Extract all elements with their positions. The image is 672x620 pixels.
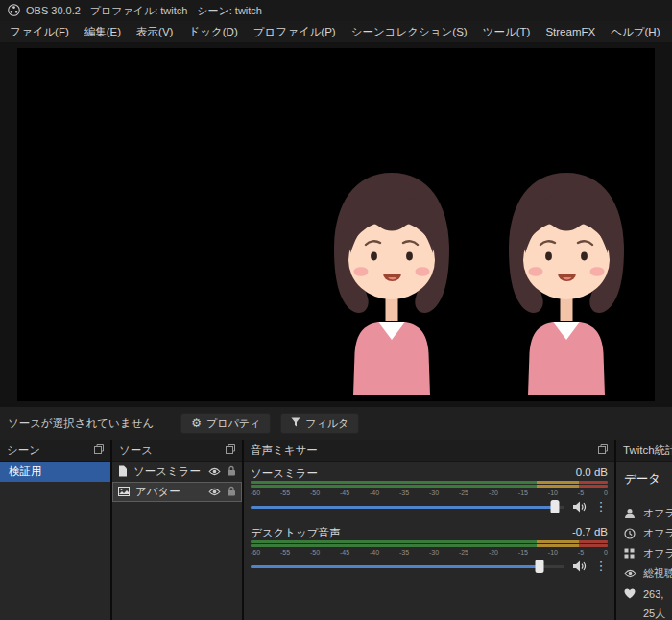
volume-slider-handle[interactable] — [551, 500, 560, 513]
source-label: アバター — [135, 485, 203, 499]
volume-slider-handle[interactable] — [535, 560, 543, 573]
scenes-dock: シーン 検証用 — [0, 440, 110, 620]
volume-meter — [251, 540, 608, 547]
stat-row-count: 25人 — [624, 604, 672, 620]
scenes-dock-title: シーン — [7, 443, 40, 458]
properties-button[interactable]: ⚙ プロパティ — [180, 413, 271, 434]
twitch-dock-title: Twitch統計情報 — [623, 443, 672, 458]
avatar-girl-right[interactable] — [509, 173, 624, 395]
visibility-eye-icon[interactable] — [208, 487, 221, 498]
image-source-icon — [118, 487, 130, 498]
dock-popout-icon[interactable] — [94, 444, 104, 456]
preview-area — [0, 42, 672, 407]
visibility-eye-icon[interactable] — [208, 466, 221, 478]
gear-icon: ⚙ — [191, 417, 202, 429]
obs-window: OBS 30.0.2 - プロファイル: twitch - シーン: twitc… — [0, 0, 672, 620]
twitch-stats-dock: Twitch統計情報 データ オフライン オフライン — [616, 440, 672, 620]
channel-menu-dots-icon[interactable]: ⋮ — [594, 499, 608, 514]
canvas-art — [17, 48, 655, 401]
source-row-avatar[interactable]: アバター — [112, 482, 242, 502]
menu-item-tools[interactable]: ツール(T) — [475, 22, 539, 42]
channel-name: デスクトップ音声 — [251, 526, 341, 540]
mixer-channel-desktop-audio: デスクトップ音声 -0.7 dB -60-55-50-45-40-35-30-2… — [251, 526, 608, 575]
dock-popout-icon[interactable] — [598, 444, 608, 456]
stat-row-uptime: オフライン — [624, 523, 672, 543]
dock-popout-icon[interactable] — [226, 444, 235, 456]
channel-menu-dots-icon[interactable]: ⋮ — [594, 559, 608, 574]
filters-button-label: フィルタ — [305, 417, 348, 431]
sources-dock: ソース ソースミラー — [112, 440, 242, 620]
stat-row-total-viewers: 総視聴者数 — [624, 563, 672, 584]
lock-icon[interactable] — [227, 486, 236, 498]
mixer-channel-source-mirror: ソースミラー 0.0 dB -60-55-50-45-40-35-30-25-2… — [251, 466, 608, 515]
filter-icon — [291, 417, 300, 429]
clock-icon — [624, 528, 636, 539]
db-scale: -60-55-50-45-40-35-30-25-20-15-10-50 — [251, 548, 608, 557]
grid-icon — [624, 548, 636, 559]
filters-button[interactable]: フィルタ — [280, 413, 359, 434]
scenes-dock-header[interactable]: シーン — [0, 440, 110, 462]
channel-name: ソースミラー — [251, 466, 318, 481]
mixer-dock-title: 音声ミキサー — [251, 443, 318, 458]
document-source-icon — [118, 465, 128, 479]
menu-item-edit[interactable]: 編集(E) — [77, 22, 129, 42]
speaker-mute-icon[interactable] — [572, 560, 587, 572]
source-row-source-mirror[interactable]: ソースミラー — [112, 462, 242, 482]
volume-slider[interactable] — [251, 499, 564, 514]
stat-row-followers: 263, — [624, 584, 672, 604]
stat-row-category: オフライン — [624, 543, 672, 563]
heart-icon — [624, 588, 636, 599]
speaker-mute-icon[interactable] — [572, 501, 587, 513]
bottom-docks: シーン 検証用 ソース ソースミラー — [0, 440, 672, 620]
volume-slider[interactable] — [251, 559, 564, 574]
menu-item-profile[interactable]: プロファイル(P) — [246, 22, 344, 42]
volume-meter — [251, 481, 608, 488]
mixer-dock-header[interactable]: 音声ミキサー — [244, 440, 614, 462]
lock-icon[interactable] — [227, 465, 236, 478]
menu-bar: ファイル(F) 編集(E) 表示(V) ドック(D) プロファイル(P) シーン… — [0, 21, 672, 42]
channel-db-value: -0.7 dB — [572, 526, 608, 540]
obs-logo-icon — [8, 4, 20, 18]
avatar-girl-left[interactable] — [334, 173, 449, 395]
menu-item-dock[interactable]: ドック(D) — [180, 22, 245, 42]
program-canvas[interactable] — [17, 48, 655, 401]
source-label: ソースミラー — [133, 465, 203, 479]
window-title: OBS 30.0.2 - プロファイル: twitch - シーン: twitc… — [26, 4, 262, 18]
menu-item-scene-collection[interactable]: シーンコレクション(S) — [344, 22, 475, 42]
menu-item-streamfx[interactable]: StreamFX — [538, 23, 603, 40]
sources-dock-header[interactable]: ソース — [112, 440, 242, 462]
source-status-text: ソースが選択されていません — [8, 417, 154, 431]
channel-db-value: 0.0 dB — [576, 466, 608, 481]
eye-icon — [624, 569, 636, 578]
menu-item-help[interactable]: ヘルプ(H) — [603, 22, 667, 42]
title-bar: OBS 30.0.2 - プロファイル: twitch - シーン: twitc… — [0, 0, 672, 21]
scene-item-kenshoyo[interactable]: 検証用 — [0, 462, 110, 482]
audio-mixer-dock: 音声ミキサー ソースミラー 0.0 dB — [244, 440, 614, 620]
twitch-data-label: データ — [624, 471, 672, 488]
person-icon — [624, 508, 636, 519]
mixer-body: ソースミラー 0.0 dB -60-55-50-45-40-35-30-25-2… — [244, 462, 614, 580]
stat-row-broadcast: オフライン — [624, 503, 672, 523]
source-control-bar: ソースが選択されていません ⚙ プロパティ フィルタ — [0, 407, 672, 440]
menu-item-file[interactable]: ファイル(F) — [2, 22, 77, 42]
scene-item-label: 検証用 — [9, 465, 42, 479]
sources-dock-title: ソース — [119, 443, 153, 458]
twitch-stats-body: データ オフライン オフライン オ — [616, 462, 672, 620]
twitch-dock-header[interactable]: Twitch統計情報 — [616, 440, 672, 462]
menu-item-view[interactable]: 表示(V) — [129, 22, 180, 42]
properties-button-label: プロパティ — [206, 417, 260, 431]
db-scale: -60-55-50-45-40-35-30-25-20-15-10-50 — [251, 489, 608, 497]
